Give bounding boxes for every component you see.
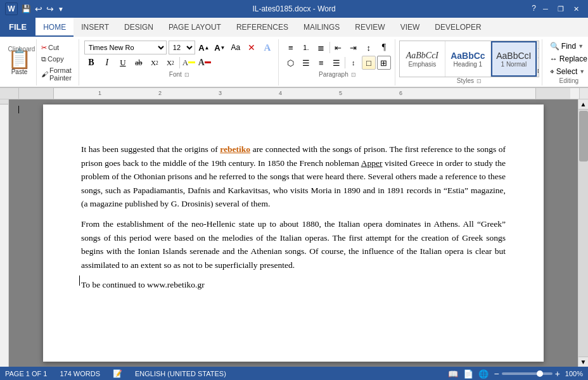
line-spacing-button[interactable]: ↕: [347, 56, 361, 70]
zoom-thumb[interactable]: [537, 370, 543, 377]
show-hide-button[interactable]: ¶: [377, 41, 391, 54]
styles-expand-icon[interactable]: ⊡: [476, 78, 482, 84]
separator3: [345, 57, 345, 68]
normal-preview: AaBbCcI: [496, 51, 531, 61]
styles-scroll-up[interactable]: ▲: [537, 41, 539, 53]
undo-quick-btn[interactable]: ↩: [34, 3, 44, 15]
bold-button[interactable]: B: [84, 56, 98, 70]
styles-expand[interactable]: ⊡: [537, 65, 539, 77]
clipboard-sub-buttons: ✂ Cut ⧉ Copy 🖌 Format Painter: [37, 39, 76, 86]
tab-references[interactable]: REFERENCES: [229, 18, 296, 37]
ruler-mark-6: 6: [399, 90, 402, 96]
copy-button[interactable]: ⧉ Copy: [39, 54, 74, 64]
zoom-in-button[interactable]: +: [555, 369, 560, 379]
subscript-button[interactable]: X2: [148, 56, 162, 70]
view-mode-web[interactable]: 🌐: [478, 369, 489, 379]
status-right: 📖 📄 🌐 − + 100%: [448, 369, 583, 379]
minimize-btn[interactable]: ─: [539, 3, 553, 15]
tab-insert[interactable]: INSERT: [74, 18, 117, 37]
replace-button[interactable]: ↔ Replace: [547, 53, 588, 65]
zoom-slider[interactable]: [502, 372, 553, 375]
ruler-left-margin: [19, 88, 54, 99]
font-expand-icon[interactable]: ⊡: [184, 72, 189, 78]
styles-scroll-down[interactable]: ▼: [537, 53, 539, 65]
text-highlight-button[interactable]: A: [182, 56, 196, 70]
grow-font-button[interactable]: A▲: [197, 41, 211, 54]
borders-button[interactable]: ⊞: [377, 56, 391, 70]
word-count: 174 WORDS: [60, 370, 100, 377]
format-painter-button[interactable]: 🖌 Format Painter: [39, 66, 74, 82]
scroll-down-button[interactable]: ▼: [578, 357, 588, 367]
tab-view[interactable]: VIEW: [393, 18, 428, 37]
close-btn[interactable]: ✕: [569, 3, 583, 15]
heading1-preview: AaBbCc: [451, 51, 485, 61]
find-button[interactable]: 🔍 Find ▼: [547, 41, 588, 52]
cursor-indicator: |: [18, 104, 19, 110]
clear-formatting-button[interactable]: ✕: [245, 41, 259, 54]
superscript-button[interactable]: X2: [163, 56, 177, 70]
sort-button[interactable]: ↕: [362, 41, 376, 54]
cut-button[interactable]: ✂ Cut: [39, 43, 74, 53]
file-tab[interactable]: FILE: [0, 18, 35, 37]
font-color-button[interactable]: A: [198, 56, 212, 70]
style-emphasis[interactable]: AaBbCcI Emphasis: [400, 41, 445, 77]
document-content: It has been suggested that the origins o…: [81, 142, 506, 292]
font-size-select[interactable]: 12: [169, 41, 195, 54]
save-quick-btn[interactable]: 💾: [20, 4, 32, 14]
align-center-button[interactable]: ☰: [299, 56, 313, 70]
tab-design[interactable]: DESIGN: [117, 18, 161, 37]
tab-review[interactable]: REVIEW: [347, 18, 392, 37]
language-indicator[interactable]: ENGLISH (UNITED STATES): [135, 370, 226, 377]
customize-quick-btn[interactable]: ▼: [56, 5, 65, 13]
zoom-controls: − +: [494, 369, 559, 379]
status-bar: PAGE 1 OF 1 174 WORDS 📝 ENGLISH (UNITED …: [0, 367, 588, 380]
bullets-button[interactable]: ≡: [284, 41, 298, 54]
multilevel-list-button[interactable]: ≣: [314, 41, 328, 54]
justify-button[interactable]: ☰: [329, 56, 343, 70]
tab-page-layout[interactable]: PAGE LAYOUT: [161, 18, 229, 37]
proofing-icon[interactable]: 📝: [113, 369, 122, 378]
separator1: [179, 57, 180, 68]
select-button[interactable]: ⌖ Select ▼: [547, 66, 588, 77]
numbering-button[interactable]: 1.: [299, 41, 313, 54]
redo-quick-btn[interactable]: ↪: [45, 3, 55, 15]
rebetiko-link[interactable]: rebetiko: [220, 144, 250, 154]
para-row2: ⬡ ☰ ≡ ☰ ↕ □ ⊞: [284, 56, 391, 70]
underline-button[interactable]: U: [116, 56, 130, 70]
zoom-out-button[interactable]: −: [494, 369, 499, 379]
decrease-indent-button[interactable]: ⇤: [331, 41, 345, 54]
document-page: It has been suggested that the origins o…: [43, 104, 544, 362]
align-right-button[interactable]: ≡: [314, 56, 328, 70]
help-btn[interactable]: ?: [530, 3, 537, 15]
increase-indent-button[interactable]: ⇥: [347, 41, 361, 54]
tab-mailings[interactable]: MAILINGS: [296, 18, 347, 37]
tab-home[interactable]: HOME: [35, 18, 74, 37]
editing-group-label: Editing: [547, 77, 588, 84]
ruler-corner: [0, 88, 19, 99]
scrollbar-thumb[interactable]: [579, 111, 588, 162]
scroll-up-button[interactable]: ▲: [578, 99, 588, 110]
text-effects-button[interactable]: A: [260, 41, 274, 54]
style-normal[interactable]: AaBbCcI 1 Normal: [491, 41, 537, 77]
paragraph-expand-icon[interactable]: ⊡: [351, 72, 356, 78]
italic-button[interactable]: I: [100, 56, 114, 70]
tab-developer[interactable]: DEVELOPER: [427, 18, 489, 37]
scrollbar-track[interactable]: [578, 110, 588, 357]
view-mode-read[interactable]: 📖: [448, 369, 458, 379]
shading-button[interactable]: □: [362, 56, 376, 70]
restore-btn[interactable]: ❐: [554, 3, 568, 15]
change-case-button[interactable]: Aa: [229, 41, 243, 54]
view-mode-print[interactable]: 📄: [463, 369, 473, 379]
strikethrough-button[interactable]: ab: [132, 56, 146, 70]
vertical-scrollbar[interactable]: ▲ ▼: [578, 99, 588, 367]
left-margin-indicator: |: [18, 99, 19, 367]
ruler-mark-1: 1: [98, 90, 101, 96]
font-family-select[interactable]: Times New Ro: [84, 41, 167, 54]
style-heading1[interactable]: AaBbCc Heading 1: [445, 41, 491, 77]
window-controls: ? ─ ❐ ✕: [530, 3, 583, 15]
align-left-button[interactable]: ⬡: [284, 56, 298, 70]
zoom-level[interactable]: 100%: [565, 370, 583, 377]
find-icon: 🔍: [550, 42, 559, 51]
paragraph-1: It has been suggested that the origins o…: [81, 142, 506, 211]
shrink-font-button[interactable]: A▼: [213, 41, 227, 54]
